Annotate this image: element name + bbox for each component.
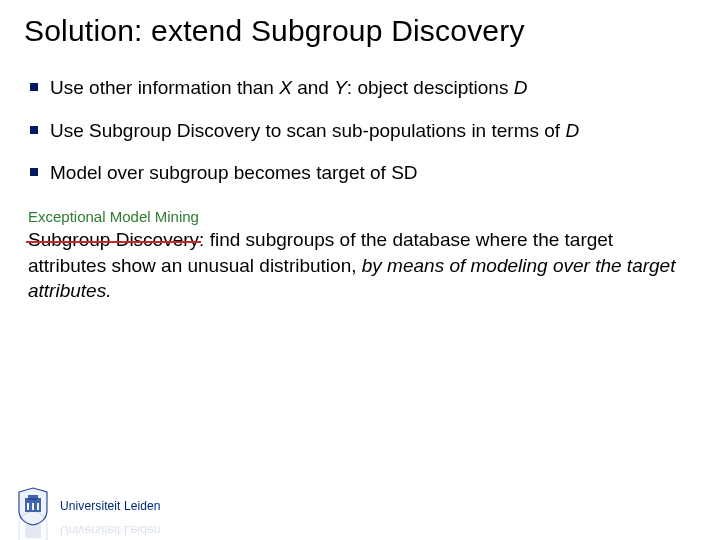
bullet-item: Use other information than X and Y: obje… — [28, 76, 696, 101]
strike-line-icon — [26, 241, 201, 243]
svg-rect-3 — [32, 503, 34, 510]
svg-rect-1 — [28, 495, 38, 500]
var-d: D — [514, 77, 528, 98]
svg-rect-5 — [25, 524, 41, 538]
bullet-text: : object desciptions — [347, 77, 514, 98]
svg-rect-4 — [37, 503, 39, 510]
definition-text: Subgroup Discovery : find subgroups of t… — [28, 227, 696, 304]
bullet-text: Use other information than — [50, 77, 279, 98]
var-x: X — [279, 77, 292, 98]
var-d: D — [565, 120, 579, 141]
bullet-list: Use other information than X and Y: obje… — [28, 76, 696, 186]
struck-term: Subgroup Discovery — [28, 227, 199, 253]
definition-block: Exceptional Model Mining Subgroup Discov… — [24, 208, 696, 304]
bullet-item: Model over subgroup becomes target of SD — [28, 161, 696, 186]
emm-label: Exceptional Model Mining — [28, 208, 696, 225]
svg-rect-2 — [27, 503, 29, 510]
var-y: Y — [334, 77, 347, 98]
bullet-text: Model over subgroup becomes target of SD — [50, 162, 418, 183]
footer: Universiteit Leiden — [16, 486, 161, 526]
bullet-text: Use Subgroup Discovery to scan sub-popul… — [50, 120, 565, 141]
bullet-text: and — [292, 77, 334, 98]
slide-title: Solution: extend Subgroup Discovery — [24, 14, 696, 48]
struck-text: Subgroup Discovery — [28, 229, 199, 250]
slide: Solution: extend Subgroup Discovery Use … — [0, 0, 720, 540]
bullet-item: Use Subgroup Discovery to scan sub-popul… — [28, 119, 696, 144]
university-name: Universiteit Leiden — [60, 499, 161, 513]
university-logo-icon — [16, 486, 50, 526]
